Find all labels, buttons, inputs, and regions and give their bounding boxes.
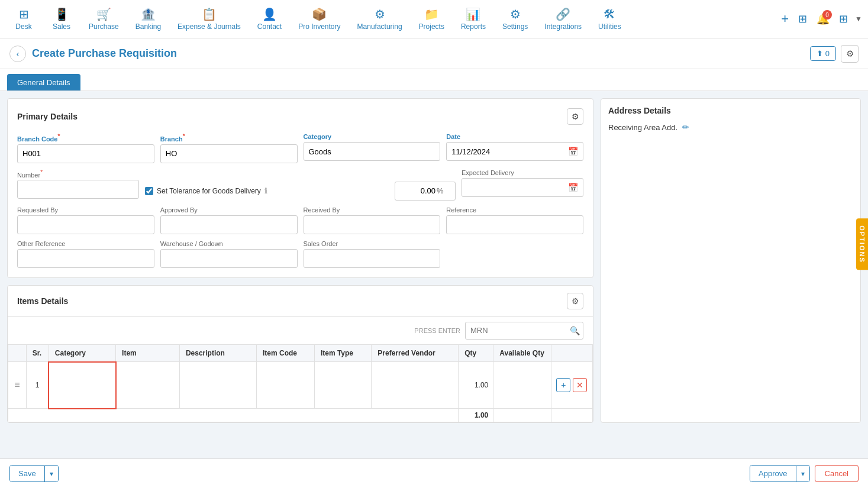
expected-delivery-calendar-icon[interactable]: 📅 <box>568 183 578 192</box>
grid-button[interactable]: ⊞ <box>796 10 809 28</box>
count-button[interactable]: ⬆ 0 <box>810 46 836 61</box>
totals-row: 1.00 <box>8 409 593 422</box>
items-table-header-row: Sr. Category Item Description Item Code … <box>8 344 593 362</box>
description-cell-input[interactable] <box>185 364 251 406</box>
approved-by-input[interactable] <box>160 215 298 234</box>
nav-integrations[interactable]: 🔗 Integrations <box>537 2 589 35</box>
nav-purchase[interactable]: 🛒 Purchase <box>82 2 126 35</box>
nav-utilities-label: Utilities <box>598 22 621 31</box>
receiving-area-edit-icon[interactable]: ✏ <box>682 122 689 132</box>
items-details-gear-button[interactable]: ⚙ <box>567 293 583 309</box>
save-dropdown-button[interactable]: ▾ <box>44 466 58 481</box>
preferred-vendor-cell-input[interactable] <box>376 364 453 406</box>
nav-reports[interactable]: 📊 Reports <box>454 2 493 35</box>
count-value: 0 <box>825 49 830 58</box>
description-cell[interactable] <box>179 362 256 409</box>
approve-button[interactable]: Approve <box>750 466 795 481</box>
tolerance-info-icon[interactable]: ℹ <box>264 186 267 195</box>
nav-sales[interactable]: 📱 Sales <box>44 2 79 35</box>
totals-label-cell <box>8 409 459 422</box>
preferred-vendor-cell[interactable] <box>372 362 459 409</box>
nav-dropdown-arrow[interactable]: ▼ <box>855 15 862 23</box>
item-type-cell-input[interactable] <box>320 364 366 406</box>
row-action-btns: + ✕ <box>556 378 588 392</box>
category-input[interactable] <box>304 142 441 161</box>
date-group: Date 📅 <box>446 133 583 163</box>
category-cell-input[interactable] <box>49 364 115 406</box>
sales-order-input[interactable] <box>304 249 441 268</box>
approve-dropdown-button[interactable]: ▾ <box>796 466 809 481</box>
manufacturing-icon: ⚙ <box>375 7 385 21</box>
branch-input[interactable] <box>160 144 298 163</box>
number-label: Number* <box>17 169 139 179</box>
item-type-cell[interactable] <box>314 362 371 409</box>
nav-items: ⊞ Desk 📱 Sales 🛒 Purchase 🏦 Banking 📋 Ex… <box>6 2 779 35</box>
total-available-qty-cell <box>493 409 551 422</box>
primary-row-2: Number* Set Tolerance for Goods Delivery… <box>17 169 583 201</box>
add-button[interactable]: + <box>779 9 791 29</box>
header-gear-button[interactable]: ⚙ <box>841 45 859 63</box>
reference-group: Reference <box>446 206 583 234</box>
branch-code-input[interactable] <box>17 144 154 163</box>
nav-desk[interactable]: ⊞ Desk <box>6 2 41 35</box>
page-header-right: ⬆ 0 ⚙ <box>810 45 859 63</box>
mrn-search-icon[interactable]: 🔍 <box>570 326 580 335</box>
nav-banking[interactable]: 🏦 Banking <box>128 2 168 35</box>
save-button[interactable]: Save <box>10 466 44 481</box>
items-table: Sr. Category Item Description Item Code … <box>8 344 593 423</box>
cancel-button[interactable]: Cancel <box>815 465 859 482</box>
item-cell[interactable] <box>116 362 180 409</box>
received-by-input[interactable] <box>304 215 441 234</box>
item-code-cell[interactable] <box>256 362 314 409</box>
page-header-left: ‹ Create Purchase Requisition <box>9 46 177 62</box>
nav-utilities[interactable]: 🛠 Utilities <box>591 3 628 35</box>
back-button[interactable]: ‹ <box>9 46 26 62</box>
total-qty-cell: 1.00 <box>459 409 493 422</box>
requested-by-input[interactable] <box>17 215 154 234</box>
nav-manufacturing[interactable]: ⚙ Manufacturing <box>350 2 409 35</box>
mrn-input[interactable] <box>470 326 570 335</box>
notification-button[interactable]: 🔔 0 <box>814 10 832 28</box>
other-reference-group: Other Reference <box>17 240 154 268</box>
nav-desk-label: Desk <box>15 22 31 31</box>
nav-reports-label: Reports <box>461 22 486 31</box>
nav-contact[interactable]: 👤 Contact <box>250 2 289 35</box>
primary-details-gear-button[interactable]: ⚙ <box>567 108 583 125</box>
utilities-icon: 🛠 <box>604 8 615 21</box>
tolerance-pct-input[interactable] <box>400 186 435 195</box>
item-code-cell-input[interactable] <box>262 364 309 406</box>
nav-settings[interactable]: ⚙ Settings <box>495 2 535 35</box>
nav-pro-inventory[interactable]: 📦 Pro Inventory <box>291 2 347 35</box>
expected-delivery-input[interactable] <box>467 183 568 192</box>
add-row-button[interactable]: + <box>556 378 570 392</box>
other-reference-input[interactable] <box>17 249 154 268</box>
branch-code-group: Branch Code* <box>17 133 154 163</box>
save-button-wrap: Save ▾ <box>9 465 59 482</box>
primary-details-header: Primary Details ⚙ <box>17 108 583 125</box>
nav-projects[interactable]: 📁 Projects <box>412 2 451 35</box>
total-qty-value: 1.00 <box>475 411 488 419</box>
branch-label: Branch* <box>160 133 298 143</box>
th-item-code: Item Code <box>256 344 314 362</box>
date-input[interactable] <box>451 147 568 156</box>
delete-row-button[interactable]: ✕ <box>573 378 587 392</box>
tolerance-pct-input-wrap: % <box>395 182 456 201</box>
item-cell-input[interactable] <box>121 364 175 406</box>
category-cell-highlighted[interactable] <box>49 362 115 409</box>
dashboard-button[interactable]: ⊞ <box>837 10 850 28</box>
tolerance-checkbox-row: Set Tolerance for Goods Delivery ℹ <box>145 182 389 201</box>
date-calendar-icon[interactable]: 📅 <box>568 147 578 156</box>
drag-handle-icon[interactable]: ≡ <box>14 380 20 390</box>
warehouse-group: Warehouse / Godown <box>160 240 298 268</box>
tab-general-details[interactable]: General Details <box>7 74 80 91</box>
nav-expense[interactable]: 📋 Expense & Journals <box>170 2 248 35</box>
reference-input[interactable] <box>446 215 583 234</box>
nav-manufacturing-label: Manufacturing <box>357 22 402 31</box>
options-sidebar[interactable]: OPTIONS <box>856 218 868 270</box>
totals-actions-cell <box>551 409 593 422</box>
warehouse-input[interactable] <box>160 249 298 268</box>
receiving-area-row: Receiving Area Add. ✏ <box>608 122 853 132</box>
number-group: Number* <box>17 169 139 201</box>
tolerance-checkbox[interactable] <box>145 187 153 195</box>
number-input[interactable] <box>17 180 139 199</box>
